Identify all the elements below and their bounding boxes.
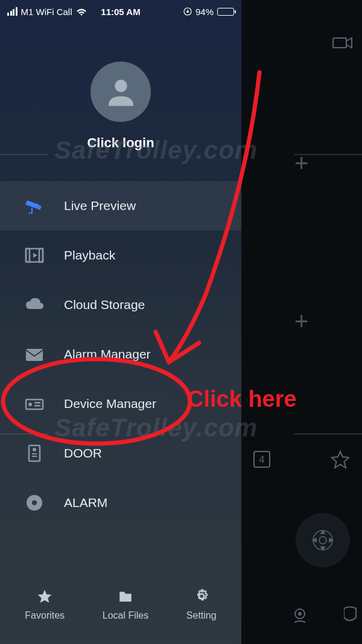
bottom-bar: Favorites Local Files Setting bbox=[0, 578, 241, 644]
menu-alarm-manager[interactable]: Alarm Manager bbox=[0, 330, 241, 379]
menu-label: Playback bbox=[64, 248, 115, 263]
menu-label: Live Preview bbox=[64, 199, 136, 213]
door-intercom-icon bbox=[24, 443, 45, 464]
person-icon bbox=[104, 75, 138, 109]
watermark-line bbox=[0, 154, 48, 155]
add-slot-icon[interactable]: + bbox=[294, 308, 308, 335]
star-icon bbox=[37, 588, 52, 604]
ptz-round-button[interactable] bbox=[296, 513, 350, 567]
avatar[interactable] bbox=[91, 62, 151, 122]
envelope-icon bbox=[24, 344, 45, 365]
svg-rect-19 bbox=[32, 453, 37, 454]
camera-icon bbox=[24, 196, 45, 216]
favorite-star-icon[interactable] bbox=[331, 450, 350, 469]
svg-rect-15 bbox=[34, 402, 40, 404]
menu-label: Cloud Storage bbox=[64, 298, 145, 312]
svg-point-22 bbox=[32, 500, 37, 505]
login-button[interactable]: Click login bbox=[0, 135, 241, 151]
watermark-line bbox=[294, 433, 362, 435]
menu-label: ALARM bbox=[64, 496, 107, 510]
bottom-label: Favorites bbox=[25, 610, 65, 621]
battery-pct: 94% bbox=[195, 7, 214, 17]
film-icon bbox=[24, 245, 45, 266]
svg-rect-11 bbox=[39, 249, 43, 262]
svg-point-6 bbox=[298, 612, 302, 616]
signal-icon bbox=[7, 7, 17, 16]
svg-text:4: 4 bbox=[259, 454, 265, 465]
background-preview-panel: + + 4 bbox=[241, 0, 362, 644]
bottom-label: Local Files bbox=[103, 610, 148, 621]
svg-point-18 bbox=[33, 448, 36, 451]
svg-rect-20 bbox=[32, 456, 37, 457]
svg-rect-8 bbox=[186, 11, 188, 13]
battery-icon bbox=[217, 8, 234, 16]
locate-pin-icon[interactable] bbox=[290, 605, 310, 626]
camera-mode-icon[interactable] bbox=[332, 36, 353, 52]
carrier-label: M1 WiFi Call bbox=[21, 7, 72, 17]
menu-door[interactable]: DOOR bbox=[0, 429, 241, 478]
side-drawer: M1 WiFi Call 11:05 AM 94% Click login Li… bbox=[0, 0, 241, 644]
bottom-favorites[interactable]: Favorites bbox=[25, 588, 65, 621]
menu-alarm[interactable]: ALARM bbox=[0, 478, 241, 528]
svg-rect-0 bbox=[333, 38, 346, 48]
alarm-disc-icon bbox=[24, 493, 45, 513]
svg-rect-10 bbox=[26, 249, 30, 262]
bottom-setting[interactable]: Setting bbox=[186, 588, 217, 621]
svg-point-14 bbox=[28, 403, 32, 406]
menu-label: Alarm Manager bbox=[64, 347, 151, 362]
status-bar: M1 WiFi Call 11:05 AM 94% bbox=[0, 0, 241, 19]
profile-section: Click login bbox=[0, 19, 241, 151]
menu-live-preview[interactable]: Live Preview bbox=[0, 181, 241, 231]
folder-icon bbox=[118, 588, 133, 604]
main-menu: Live Preview Playback Cloud Storage Alar… bbox=[0, 181, 241, 528]
menu-cloud-storage[interactable]: Cloud Storage bbox=[0, 280, 241, 330]
watermark-line bbox=[294, 154, 362, 155]
bottom-local-files[interactable]: Local Files bbox=[103, 588, 148, 621]
partial-icon bbox=[344, 605, 361, 626]
svg-rect-16 bbox=[34, 405, 40, 407]
wifi-icon bbox=[76, 8, 87, 16]
device-icon bbox=[24, 394, 45, 414]
clock: 11:05 AM bbox=[101, 7, 140, 17]
watermark-line bbox=[0, 433, 48, 435]
rotation-lock-icon bbox=[183, 7, 192, 16]
bottom-label: Setting bbox=[186, 610, 217, 621]
menu-label: Device Manager bbox=[64, 397, 156, 411]
gear-icon bbox=[194, 588, 209, 604]
menu-playback[interactable]: Playback bbox=[0, 231, 241, 280]
svg-rect-12 bbox=[26, 349, 43, 361]
svg-point-3 bbox=[319, 537, 326, 544]
menu-label: DOOR bbox=[64, 446, 102, 461]
cloud-icon bbox=[24, 295, 45, 315]
layout-4-icon[interactable]: 4 bbox=[252, 450, 272, 469]
annotation-label: Click here bbox=[187, 386, 297, 412]
